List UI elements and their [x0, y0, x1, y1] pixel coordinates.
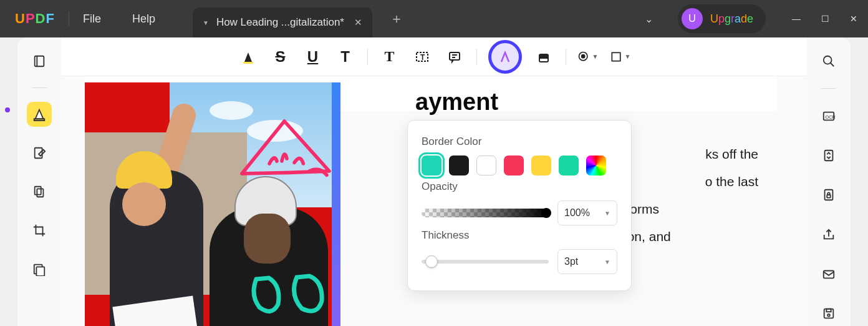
- swatch-pink[interactable]: [504, 156, 524, 175]
- svg-point-24: [581, 54, 584, 57]
- swatch-yellow[interactable]: [531, 156, 551, 175]
- upgrade-label: Upgrade: [710, 12, 753, 26]
- comment-tool[interactable]: [27, 102, 52, 127]
- separator: [476, 49, 477, 65]
- image-frame: [85, 82, 340, 326]
- share-icon[interactable]: [816, 222, 841, 247]
- app-logo: UPDF: [15, 11, 55, 27]
- title-bar: UPDF File Help ▼ How Leading ...gitaliza…: [0, 0, 868, 37]
- window-minimize-icon[interactable]: ―: [782, 0, 811, 37]
- organize-tool[interactable]: [27, 179, 52, 204]
- heading-fragment: ayment: [415, 89, 758, 116]
- svg-rect-12: [827, 195, 831, 198]
- thickness-label: Thickness: [422, 229, 617, 242]
- right-sidebar: OCR: [807, 37, 851, 326]
- pencil-tool[interactable]: [488, 40, 522, 74]
- search-icon[interactable]: [816, 49, 841, 73]
- swatch-teal[interactable]: [422, 156, 441, 175]
- swatch-green[interactable]: [559, 156, 579, 175]
- thickness-slider[interactable]: [422, 260, 549, 264]
- tab-close-icon[interactable]: ✕: [354, 17, 362, 28]
- svg-point-16: [827, 314, 830, 317]
- separator: [367, 49, 368, 65]
- left-sidebar: [17, 37, 61, 326]
- opacity-value-select[interactable]: 100%▼: [557, 200, 617, 225]
- svg-point-7: [824, 56, 832, 64]
- stamp-tool[interactable]: ▼: [577, 46, 599, 67]
- svg-rect-1: [34, 119, 45, 121]
- shape-tool[interactable]: ▼: [610, 46, 631, 67]
- underline-tool[interactable]: U: [302, 46, 324, 67]
- freehand-annotation[interactable]: [222, 114, 332, 189]
- slider-thumb[interactable]: [541, 208, 551, 218]
- document-page: ayment ks off the o the last stages. Dat…: [85, 76, 777, 111]
- menu-help[interactable]: Help: [132, 12, 155, 26]
- annotation-toolbar: S U T T T ▼ ▼: [61, 37, 807, 76]
- svg-rect-22: [539, 58, 548, 62]
- svg-text:T: T: [420, 53, 425, 62]
- window-close-icon[interactable]: ✕: [839, 0, 868, 37]
- tabs-overflow-icon[interactable]: ⌄: [645, 13, 653, 25]
- border-color-label: Border Color: [422, 136, 617, 148]
- document-viewport[interactable]: ayment ks off the o the last stages. Dat…: [61, 76, 807, 326]
- squiggly-tool[interactable]: T: [335, 46, 356, 67]
- thickness-value-select[interactable]: 3pt▼: [557, 249, 617, 274]
- convert-icon[interactable]: [816, 144, 841, 168]
- document-tab[interactable]: ▼ How Leading ...gitalization* ✕: [193, 7, 372, 37]
- strikethrough-tool[interactable]: S: [270, 46, 291, 67]
- protect-icon[interactable]: [816, 183, 841, 207]
- svg-rect-17: [243, 62, 253, 64]
- svg-text:OCR: OCR: [826, 114, 836, 120]
- swatch-black[interactable]: [449, 156, 469, 175]
- side-indicator-dot: [5, 107, 10, 112]
- opacity-slider[interactable]: [422, 209, 549, 217]
- new-tab-button[interactable]: ＋: [390, 9, 403, 28]
- tab-dropdown-icon[interactable]: ▼: [203, 19, 209, 26]
- svg-rect-20: [450, 52, 460, 60]
- svg-rect-0: [35, 56, 44, 67]
- window-maximize-icon[interactable]: ☐: [811, 0, 839, 37]
- svg-rect-6: [36, 267, 44, 276]
- menu-file[interactable]: File: [83, 12, 101, 26]
- freehand-annotation[interactable]: [247, 270, 332, 320]
- color-swatches: [422, 156, 617, 175]
- svg-rect-2: [35, 148, 42, 159]
- textbox-tool[interactable]: T: [412, 46, 433, 67]
- svg-rect-13: [824, 271, 834, 279]
- swatch-rainbow[interactable]: [586, 156, 606, 175]
- svg-rect-15: [826, 309, 831, 312]
- edit-tool[interactable]: [27, 141, 52, 165]
- save-icon[interactable]: [816, 302, 841, 326]
- email-icon[interactable]: [816, 262, 841, 286]
- separator: [821, 88, 836, 89]
- crop-tool[interactable]: [27, 218, 52, 243]
- ocr-icon[interactable]: OCR: [816, 104, 841, 128]
- swatch-white[interactable]: [476, 156, 496, 175]
- separator: [566, 49, 566, 65]
- svg-rect-25: [612, 52, 620, 61]
- separator: [69, 11, 69, 26]
- upgrade-button[interactable]: U Upgrade: [678, 4, 766, 33]
- redact-tool[interactable]: [27, 257, 52, 282]
- user-badge: U: [682, 8, 703, 29]
- reader-tool[interactable]: [27, 49, 52, 74]
- opacity-label: Opacity: [422, 180, 617, 193]
- svg-rect-3: [35, 187, 41, 195]
- eraser-tool[interactable]: [533, 46, 554, 67]
- text-tool[interactable]: T: [379, 46, 400, 67]
- workspace: OCR S U T T T ▼ ▼: [17, 37, 851, 326]
- highlight-tool[interactable]: [238, 46, 259, 67]
- pencil-style-popover: Border Color Opacity 100%▼ Thickness 3pt…: [407, 120, 632, 291]
- photo: [85, 82, 332, 326]
- separator: [32, 87, 47, 88]
- slider-thumb[interactable]: [425, 255, 438, 268]
- note-tool[interactable]: [444, 46, 465, 67]
- svg-rect-4: [37, 189, 43, 197]
- tab-title: How Leading ...gitalization*: [216, 16, 344, 29]
